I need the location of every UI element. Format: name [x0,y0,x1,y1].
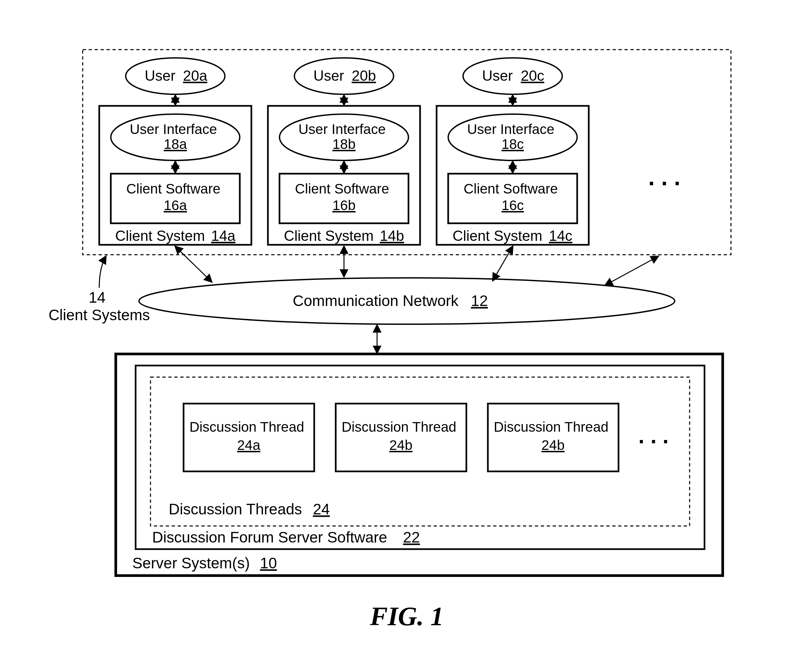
clients-ellipsis: . . . [648,165,680,190]
client-systems-ref: 14 [89,289,105,306]
svg-text:Discussion Threads
    24: Discussion Threads 24 [169,500,330,518]
svg-text:User
    20c: User 20c [482,67,544,84]
discussion-thread-b: Discussion Thread 24b [336,404,466,471]
ui-ref: 18a [164,136,187,152]
server-system-label: Server System(s) [132,554,250,572]
svg-text:Communication Network
    12: Communication Network 12 [293,292,488,309]
forum-software-ref: 22 [403,529,420,546]
network-ref: 12 [471,292,488,309]
figure-caption: FIG. 1 [370,602,444,631]
arrow-client-c-to-network [493,246,513,281]
client-system-ref: 14a [211,227,235,244]
svg-text:14
    Client Systems: 14 Client Systems [49,289,150,323]
svg-text:User
    20a: User 20a [145,67,208,84]
client-system-label: Client System [115,227,205,244]
client-system-c: User 20c Client System 14c User Interfac… [437,58,589,245]
client-systems-label: Client Systems [49,306,150,323]
communication-network: Communication Network 12 [139,278,675,324]
threads-ellipsis: . . . [638,423,669,448]
svg-text:Client System
    14a: Client System 14a [115,227,235,244]
arrow-client-a-to-network [175,246,212,282]
svg-text:Discussion Forum Server Softwa: Discussion Forum Server Software 22 [152,529,420,546]
network-label: Communication Network [293,292,459,309]
threads-group-ref: 24 [313,500,330,518]
svg-text:Client System
    14c: Client System 14c [452,227,572,244]
arrow-ellipsis-to-network [605,256,658,285]
svg-text:Client System
    14b: Client System 14b [284,227,404,244]
user-label: User [145,67,175,84]
client-system-a: User 20a Client System 14a User Interfac… [99,58,251,245]
client-system-b: User 20b Client System 14b User Interfac… [268,58,420,245]
server-system: Server System(s) 10 Discussion Forum Ser… [116,354,723,575]
discussion-thread-a: Discussion Thread 24a [183,404,314,471]
forum-software-label: Discussion Forum Server Software [152,529,387,546]
discussion-thread-c: Discussion Thread 24b [488,404,618,471]
sw-ref: 16a [164,197,187,213]
sw-label: Client Software [126,181,221,197]
ui-label: User Interface [130,121,217,137]
svg-text:User
    20b: User 20b [313,67,376,84]
threads-group-label: Discussion Threads [169,500,302,518]
server-system-ref: 10 [260,554,277,572]
user-ref: 20a [183,67,208,84]
